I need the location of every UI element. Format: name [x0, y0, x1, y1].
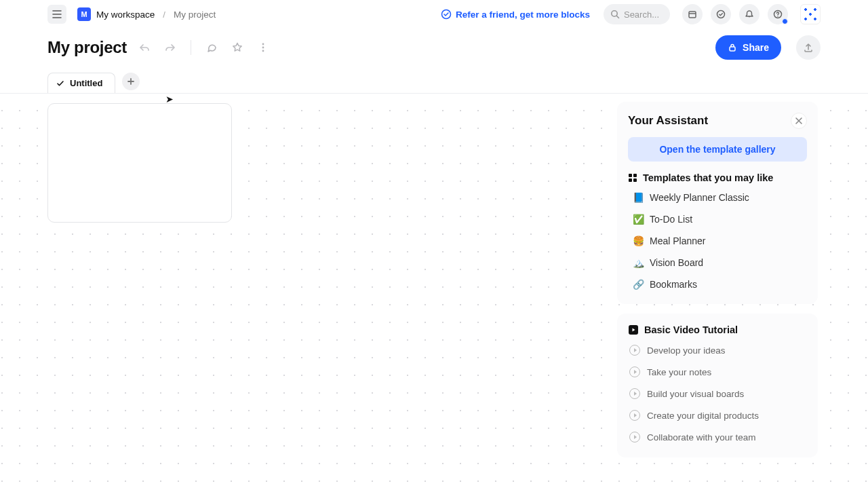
templates-heading: Templates that you may like [628, 172, 807, 183]
svg-rect-8 [730, 47, 735, 51]
menu-toggle[interactable] [47, 5, 66, 24]
titlebar: My project Share [0, 29, 868, 67]
notifications-button[interactable] [739, 4, 760, 24]
template-weekly-planner[interactable]: 📘Weekly Planner Classic [631, 190, 807, 205]
lock-icon [728, 43, 737, 52]
assistant-title: Your Assistant [628, 114, 708, 128]
breadcrumb-project: My project [174, 10, 216, 20]
share-label: Share [743, 42, 769, 53]
favorite-button[interactable] [229, 39, 245, 56]
breadcrumb-workspace[interactable]: My workspace [96, 10, 155, 20]
assistant-card: Your Assistant Open the template gallery… [617, 102, 818, 304]
help-icon [773, 10, 783, 19]
calendar-button[interactable] [682, 4, 703, 24]
gift-icon [441, 9, 452, 20]
topbar: M My workspace / My project Refer a frie… [0, 0, 868, 29]
open-template-gallery-button[interactable]: Open the template gallery [628, 137, 807, 162]
template-todo-list[interactable]: ✅To-Do List [631, 212, 807, 227]
bell-icon [745, 10, 754, 19]
video-visual-boards[interactable]: Build your visual boards [628, 385, 807, 402]
avatar[interactable] [800, 4, 821, 24]
video-develop-ideas[interactable]: Develop your ideas [628, 342, 807, 358]
redo-icon [164, 41, 176, 54]
play-icon [629, 366, 640, 377]
video-heading: Basic Video Tutorial [628, 324, 807, 335]
assistant-panel: Your Assistant Open the template gallery… [617, 102, 818, 457]
refer-link[interactable]: Refer a friend, get more blocks [441, 9, 590, 20]
video-take-notes[interactable]: Take your notes [628, 364, 807, 380]
breadcrumb-separator: / [163, 10, 165, 20]
play-icon [629, 410, 640, 421]
plus-icon [127, 77, 135, 86]
templates-list: 📘Weekly Planner Classic ✅To-Do List 🍔Mea… [628, 190, 807, 292]
note-card[interactable] [47, 103, 232, 223]
canvas[interactable]: ➤ Your Assistant Open the template galle… [0, 94, 868, 490]
tasks-button[interactable] [711, 4, 731, 24]
notification-dot [782, 18, 788, 24]
help-button[interactable] [768, 4, 788, 24]
more-button[interactable] [255, 39, 271, 56]
calendar-icon [688, 10, 697, 19]
svg-rect-2 [689, 12, 696, 18]
video-digital-products[interactable]: Create your digital products [628, 407, 807, 423]
svg-point-6 [262, 47, 264, 49]
grid-icon [628, 173, 637, 183]
tabstrip: Untitled [0, 67, 868, 94]
svg-rect-9 [629, 174, 632, 177]
play-icon [629, 345, 640, 356]
undo-icon [138, 41, 151, 54]
add-tab-button[interactable] [122, 73, 140, 90]
svg-rect-12 [633, 178, 637, 182]
check-circle-icon [716, 10, 726, 19]
redo-button[interactable] [162, 39, 178, 56]
search-icon [610, 10, 620, 19]
svg-rect-10 [633, 174, 637, 177]
share-button[interactable]: Share [715, 35, 781, 60]
template-meal-planner[interactable]: 🍔Meal Planner [631, 233, 807, 248]
check-icon [56, 79, 64, 88]
template-bookmarks[interactable]: 🔗Bookmarks [631, 277, 807, 292]
comments-button[interactable] [203, 39, 220, 56]
star-icon [231, 41, 243, 54]
video-tutorial-card: Basic Video Tutorial Develop your ideas … [617, 314, 818, 457]
video-list: Develop your ideas Take your notes Build… [628, 342, 807, 445]
undo-button[interactable] [136, 39, 153, 56]
tab-label: Untitled [70, 78, 102, 88]
workspace-badge[interactable]: M [77, 7, 91, 21]
upload-icon [803, 42, 814, 53]
dots-vertical-icon [258, 42, 269, 53]
refer-label: Refer a friend, get more blocks [456, 10, 590, 20]
search-input[interactable]: Search... [604, 4, 670, 24]
svg-rect-11 [629, 178, 632, 182]
page-title: My project [47, 38, 127, 57]
svg-point-5 [262, 43, 264, 45]
play-square-icon [628, 324, 639, 335]
tab-untitled[interactable]: Untitled [47, 73, 115, 93]
search-placeholder: Search... [624, 10, 659, 20]
template-vision-board[interactable]: 🏔️Vision Board [631, 255, 807, 270]
close-icon [795, 117, 803, 125]
play-icon [629, 388, 640, 399]
chat-icon [205, 41, 218, 54]
export-button[interactable] [796, 35, 821, 60]
video-collaborate[interactable]: Collaborate with your team [628, 429, 807, 445]
play-icon [629, 432, 640, 442]
separator [191, 40, 191, 55]
close-assistant-button[interactable] [791, 113, 807, 129]
svg-point-7 [262, 50, 264, 52]
